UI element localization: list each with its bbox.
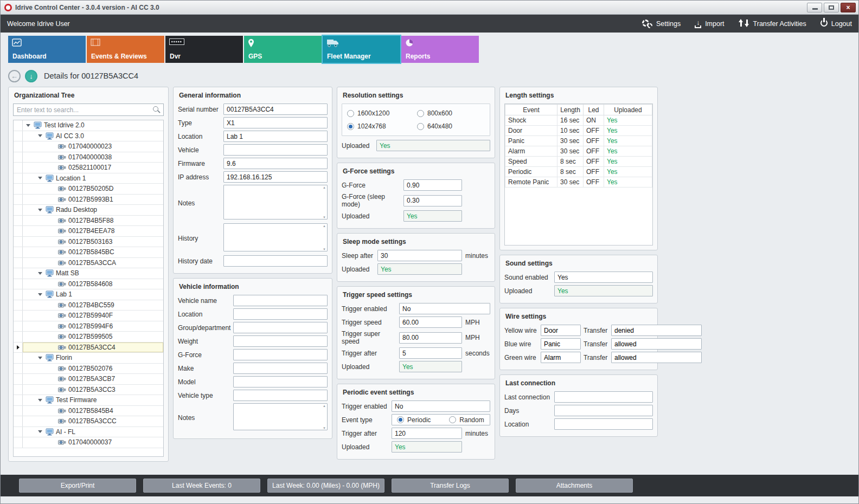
periodic-trigger-after-field[interactable] bbox=[392, 428, 462, 439]
tree-item[interactable]: AI - FL bbox=[14, 427, 163, 438]
length-table-row[interactable]: Speed8 secOFFYes bbox=[505, 157, 652, 167]
tree-item[interactable]: Test Idrive 2.0 bbox=[14, 120, 163, 131]
vehicle-group-department-field[interactable] bbox=[233, 322, 328, 333]
trigger-trigger-super-speed-field[interactable] bbox=[399, 332, 462, 344]
tree-item[interactable]: Radu Desktop bbox=[14, 205, 163, 216]
general-history-textarea[interactable] bbox=[223, 223, 328, 251]
tree-item[interactable]: Test Firmware bbox=[14, 395, 163, 406]
green-wire-field[interactable] bbox=[541, 352, 581, 363]
tree-item[interactable]: 00127B59940F bbox=[14, 311, 163, 321]
tree-item[interactable]: 00127B503163 bbox=[14, 237, 163, 248]
tree-item[interactable]: Lab 1 bbox=[14, 289, 163, 300]
last-week-events-button[interactable]: Last Week Events: 0 bbox=[143, 479, 260, 493]
attachments-button[interactable]: Attachments bbox=[516, 479, 633, 493]
general-firmware-field[interactable] bbox=[223, 158, 328, 169]
expander-icon[interactable] bbox=[38, 177, 42, 179]
tree-item[interactable]: 00127B5845B4 bbox=[14, 406, 163, 417]
vehicle-weight-field[interactable] bbox=[233, 335, 328, 347]
tree-item[interactable]: 00127B502076 bbox=[14, 364, 163, 374]
trigger-uploaded-field[interactable] bbox=[399, 361, 462, 372]
tree-item[interactable]: 00127B5A3CCC bbox=[14, 416, 163, 427]
vehicle-g-force-field[interactable] bbox=[233, 349, 328, 360]
tab-reports[interactable]: Reports bbox=[401, 36, 479, 63]
resolution-option-640x480[interactable]: 640x480 bbox=[417, 122, 485, 130]
expander-icon[interactable] bbox=[38, 399, 42, 402]
logout-button[interactable]: Logout bbox=[820, 20, 852, 28]
tree-item[interactable]: 00127B584608 bbox=[14, 279, 163, 290]
tree-item[interactable]: 00127B5A3CC3 bbox=[14, 385, 163, 396]
event-type-option-random[interactable]: Random bbox=[449, 416, 484, 424]
tree-item[interactable]: 00127B5845BC bbox=[14, 247, 163, 258]
settings-button[interactable]: Settings bbox=[642, 20, 681, 28]
last-connection-days-field[interactable] bbox=[554, 405, 653, 416]
last-week-stats-button[interactable]: Last Week: 0.00 (Miles) - 0.00 (MPH) bbox=[267, 479, 384, 493]
general-vehicle-field[interactable] bbox=[223, 144, 328, 156]
tab-gps[interactable]: GPS bbox=[244, 36, 322, 63]
tree-item[interactable]: 00127B4BC559 bbox=[14, 300, 163, 311]
periodic-trigger-enabled-field[interactable] bbox=[392, 400, 490, 412]
tree-item[interactable]: 00127B5993B1 bbox=[14, 195, 163, 205]
length-table-row[interactable]: Remote Panic30 secOFFYes bbox=[505, 177, 652, 188]
sound-sound-enabled-field[interactable] bbox=[554, 272, 653, 283]
length-table-row[interactable]: Door10 secOFFYes bbox=[505, 126, 652, 136]
tree-item[interactable]: 00127B599505 bbox=[14, 332, 163, 343]
tree-item[interactable]: AI CC 3.0 bbox=[14, 131, 163, 142]
general-notes-textarea[interactable] bbox=[223, 185, 328, 219]
expander-icon[interactable] bbox=[38, 209, 42, 211]
expander-icon[interactable] bbox=[38, 134, 42, 137]
resolution-option-800x600[interactable]: 800x600 bbox=[417, 109, 485, 117]
tree-item[interactable]: 00127B5994F6 bbox=[14, 321, 163, 332]
vehicle-vehicle-type-field[interactable] bbox=[233, 390, 328, 401]
trigger-trigger-after-field[interactable] bbox=[399, 347, 462, 359]
tree-item[interactable]: 00127B50205D bbox=[14, 184, 163, 195]
vehicle-make-field[interactable] bbox=[233, 363, 328, 374]
tab-events-reviews[interactable]: Events & Reviews bbox=[87, 36, 164, 63]
tree-search-input[interactable] bbox=[13, 104, 164, 116]
trigger-trigger-enabled-field[interactable] bbox=[399, 303, 490, 314]
resolution-option-1600x1200[interactable]: 1600x1200 bbox=[347, 109, 415, 117]
maximize-button[interactable] bbox=[824, 3, 839, 12]
tree-item[interactable]: 00127B4B5F88 bbox=[14, 216, 163, 227]
trigger-trigger-speed-field[interactable] bbox=[399, 316, 462, 328]
sound-uploaded-field[interactable] bbox=[554, 285, 653, 296]
vehicle-vehicle-name-field[interactable] bbox=[233, 295, 328, 306]
general-serial-number-field[interactable] bbox=[223, 104, 328, 115]
tree-item[interactable]: Location 1 bbox=[14, 173, 163, 184]
expander-icon[interactable] bbox=[38, 272, 42, 275]
blue-wire-field[interactable] bbox=[541, 338, 581, 350]
transfer-logs-button[interactable]: Transfer Logs bbox=[392, 479, 509, 493]
blue-wire-transfer-field[interactable] bbox=[611, 338, 702, 350]
tree-item[interactable]: 00127B5A3CC4 bbox=[14, 343, 163, 353]
last-connection-location-field[interactable] bbox=[554, 418, 653, 430]
tree-item[interactable]: Matt SB bbox=[14, 268, 163, 279]
close-button[interactable]: × bbox=[841, 3, 856, 12]
green-wire-transfer-field[interactable] bbox=[611, 352, 702, 363]
resolution-uploaded-field[interactable] bbox=[376, 140, 490, 151]
minimize-button[interactable] bbox=[807, 3, 822, 12]
yellow-wire-transfer-field[interactable] bbox=[611, 325, 702, 336]
tree-item[interactable]: 017040000038 bbox=[14, 152, 163, 163]
vehicle-location-field[interactable] bbox=[233, 308, 328, 320]
sleep-sleep-after-field[interactable] bbox=[377, 250, 462, 261]
general-location-field[interactable] bbox=[223, 131, 328, 142]
resolution-option-1024x768[interactable]: 1024x768 bbox=[347, 122, 415, 130]
expander-icon[interactable] bbox=[38, 357, 42, 359]
tab-fleet-manager[interactable]: Fleet Manager bbox=[323, 36, 400, 63]
vehicle-notes-textarea[interactable] bbox=[233, 403, 328, 430]
tree-item[interactable]: 00127B4EEA78 bbox=[14, 226, 163, 237]
tree-item[interactable]: 00127B5A3CB7 bbox=[14, 374, 163, 385]
export-print-button[interactable]: Export/Print bbox=[19, 479, 136, 493]
gforce-uploaded-field[interactable] bbox=[403, 210, 462, 222]
periodic-uploaded-field[interactable] bbox=[392, 441, 462, 453]
scroll-down-button[interactable]: ↓ bbox=[25, 70, 37, 82]
event-type-option-periodic[interactable]: Periodic bbox=[397, 416, 431, 424]
gforce-g-force-sleep-mode-field[interactable] bbox=[403, 195, 462, 206]
expander-icon[interactable] bbox=[26, 124, 30, 127]
expander-icon[interactable] bbox=[38, 430, 42, 433]
last-connection-last-connection-field[interactable] bbox=[554, 391, 653, 403]
vehicle-model-field[interactable] bbox=[233, 376, 328, 387]
yellow-wire-field[interactable] bbox=[541, 325, 581, 336]
length-table-row[interactable]: Alarm30 secOFFYes bbox=[505, 146, 652, 157]
tab-dvr[interactable]: Dvr bbox=[165, 36, 243, 63]
import-button[interactable]: ↓Import bbox=[695, 19, 724, 28]
